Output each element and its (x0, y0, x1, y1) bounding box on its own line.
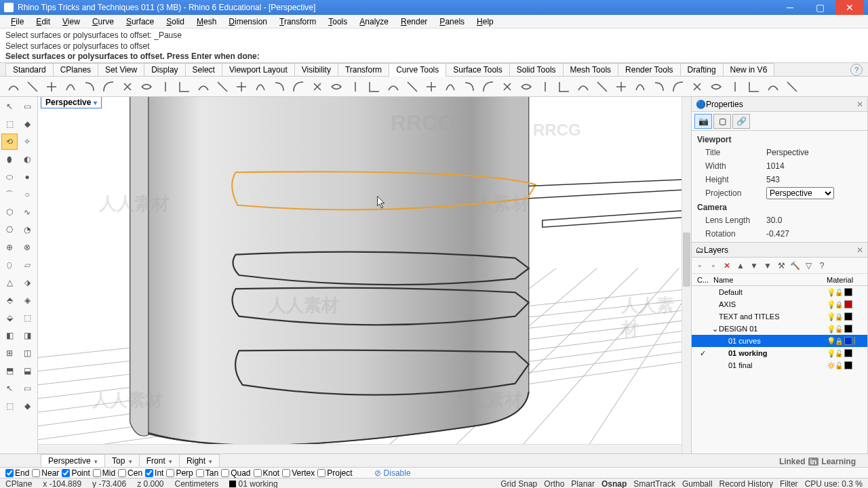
curve-tool-28[interactable] (537, 79, 553, 95)
curve-tool-11[interactable] (214, 79, 231, 95)
status-grid-snap[interactable]: Grid Snap (500, 479, 537, 489)
layer-up-icon[interactable]: ▲ (735, 260, 746, 271)
layer-row[interactable]: 01 curves💡🔒 (692, 335, 867, 347)
curve-tool-8[interactable] (157, 79, 174, 95)
tab-mesh-tools[interactable]: Mesh Tools (563, 63, 618, 76)
curve-tool-29[interactable] (556, 79, 572, 95)
status-cplane[interactable]: CPlane (5, 479, 32, 489)
osnap-cen[interactable]: Cen (118, 468, 142, 478)
tab-visibility[interactable]: Visibility (294, 63, 338, 76)
status-units[interactable]: Centimeters (175, 479, 219, 489)
layer-row[interactable]: ✓01 working💡🔓 (692, 347, 867, 359)
tab-render-tools[interactable]: Render Tools (618, 63, 681, 76)
tab-curve-tools[interactable]: Curve Tools (389, 63, 446, 77)
menu-mesh[interactable]: Mesh (191, 16, 222, 28)
tab-standard[interactable]: Standard (5, 63, 54, 76)
curve-tool-30[interactable] (575, 79, 591, 95)
osnap-int[interactable]: Int (145, 468, 163, 478)
menu-surface[interactable]: Surface (121, 16, 159, 28)
left-tool-32[interactable]: ↖ (1, 380, 18, 396)
osnap-knot[interactable]: Knot (254, 468, 280, 478)
left-tool-26[interactable]: ◧ (1, 327, 18, 344)
curve-tool-38[interactable] (727, 79, 743, 95)
menu-curve[interactable]: Curve (87, 16, 119, 28)
left-tool-11[interactable]: ○ (19, 186, 35, 203)
curve-tool-14[interactable] (271, 79, 288, 95)
left-tool-8[interactable]: ⬭ (1, 169, 18, 185)
layer-help-icon[interactable]: ? (816, 260, 827, 271)
left-tool-24[interactable]: ⬙ (1, 310, 18, 326)
left-tool-33[interactable]: ▭ (19, 380, 35, 396)
left-tool-6[interactable]: ⬮ (1, 151, 18, 167)
osnap-vertex[interactable]: Vertex (282, 468, 315, 478)
layer-down-icon[interactable]: ▼ (749, 260, 760, 271)
left-tool-17[interactable]: ⊗ (19, 239, 35, 256)
left-tool-0[interactable]: ↖ (1, 98, 18, 115)
left-tool-13[interactable]: ∿ (19, 204, 35, 220)
menu-dimension[interactable]: Dimension (223, 16, 273, 28)
curve-tool-2[interactable] (43, 79, 60, 95)
maximize-button[interactable]: ▢ (806, 0, 834, 15)
curve-tool-6[interactable] (119, 79, 136, 95)
menu-tools[interactable]: Tools (323, 16, 353, 28)
close-button[interactable]: ✕ (835, 0, 864, 15)
col-name[interactable]: Name (711, 276, 824, 284)
status-gumball[interactable]: Gumball (682, 479, 713, 489)
osnap-near[interactable]: Near (32, 468, 59, 478)
osnap-perp[interactable]: Perp (166, 468, 193, 478)
tab-solid-tools[interactable]: Solid Tools (509, 63, 564, 76)
status-cpu-use-[interactable]: CPU use: 0.3 % (805, 479, 863, 489)
curve-tool-24[interactable] (461, 79, 477, 95)
tab-drafting[interactable]: Drafting (680, 63, 724, 76)
layer-row[interactable]: AXIS💡🔒 (692, 298, 867, 310)
tab-display[interactable]: Display (144, 63, 185, 76)
viewport[interactable]: Perspective ▾ RRCG RRCG 人人素材 人人素材 人人素材 人… (38, 97, 692, 453)
left-tool-19[interactable]: ▱ (19, 257, 35, 273)
viewport-scrollbar-v[interactable] (682, 97, 691, 453)
help-icon[interactable]: ? (850, 64, 863, 76)
left-tool-16[interactable]: ⊕ (1, 239, 18, 256)
left-tool-29[interactable]: ◫ (19, 345, 35, 361)
prop-value[interactable]: Perspective (766, 148, 862, 157)
col-current[interactable]: C... (694, 276, 711, 284)
tab-transform[interactable]: Transform (338, 63, 389, 76)
menu-render[interactable]: Render (395, 16, 433, 28)
curve-tool-20[interactable] (385, 79, 401, 95)
tab-set-view[interactable]: Set View (98, 63, 144, 76)
left-tool-31[interactable]: ⬓ (19, 363, 35, 379)
left-tool-5[interactable]: ✧ (19, 134, 35, 150)
curve-tool-33[interactable] (632, 79, 648, 95)
menu-solid[interactable]: Solid (161, 16, 190, 28)
left-tool-10[interactable]: ⌒ (1, 186, 18, 203)
props-texture-icon[interactable]: 🔗 (732, 114, 750, 129)
curve-tool-41[interactable] (784, 79, 800, 95)
curve-tool-9[interactable] (176, 79, 193, 95)
col-material[interactable]: Material (824, 276, 865, 284)
new-layer-icon[interactable]: ▫ (694, 260, 705, 271)
curve-tool-10[interactable] (195, 79, 212, 95)
curve-tool-17[interactable] (328, 79, 344, 95)
left-tool-14[interactable]: ⎔ (1, 222, 18, 238)
left-tool-30[interactable]: ⬒ (1, 363, 18, 379)
curve-tool-40[interactable] (765, 79, 781, 95)
left-tool-34[interactable]: ⬚ (1, 398, 18, 414)
left-tool-3[interactable]: ◆ (19, 116, 35, 132)
viewport-scrollbar-h[interactable] (38, 444, 682, 453)
curve-tool-12[interactable] (233, 79, 250, 95)
status-osnap[interactable]: Osnap (601, 479, 627, 489)
left-tool-1[interactable]: ▭ (19, 98, 35, 115)
viewport-tab-perspective[interactable]: Perspective ▾ (41, 454, 105, 468)
osnap-quad[interactable]: Quad (221, 468, 250, 478)
left-tool-20[interactable]: △ (1, 274, 18, 291)
tab-cplanes[interactable]: CPlanes (53, 63, 98, 76)
curve-tool-3[interactable] (62, 79, 79, 95)
left-tool-35[interactable]: ◆ (19, 398, 35, 414)
layer-filter-icon[interactable]: ▼ (762, 260, 773, 271)
curve-tool-7[interactable] (138, 79, 155, 95)
status-filter[interactable]: Filter (780, 479, 798, 489)
status-ortho[interactable]: Ortho (544, 479, 564, 489)
prop-value[interactable]: 1014 (766, 161, 862, 171)
status-layer[interactable]: 01 working (229, 479, 277, 489)
layer-hammer-icon[interactable]: 🔨 (789, 260, 800, 271)
curve-tool-1[interactable] (24, 79, 41, 95)
